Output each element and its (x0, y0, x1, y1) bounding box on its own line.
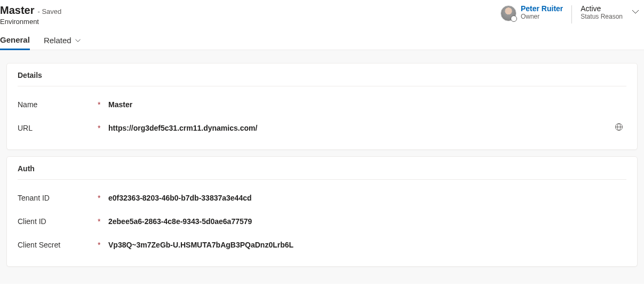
owner-name-link[interactable]: Peter Ruiter (521, 4, 563, 13)
status-reason-label: Status Reason (581, 13, 623, 20)
owner-block[interactable]: Peter Ruiter Owner (500, 4, 563, 21)
field-tenant-id-label: Tenant ID (18, 194, 98, 202)
chevron-down-icon (75, 37, 81, 44)
field-client-secret-label: Client Secret (18, 241, 98, 249)
field-url-value[interactable]: https://org3def5c31.crm11.dynamics.com/ (108, 124, 615, 132)
status-value: Active (581, 4, 623, 13)
field-client-id-value[interactable]: 2ebee5a6-2863-4c8e-9343-5d0ae6a77579 (108, 217, 626, 226)
owner-avatar (500, 5, 516, 21)
field-tenant-id-value[interactable]: e0f32363-8203-46b0-b7db-33837a3e44cd (108, 194, 626, 202)
form-header: Master - Saved Environment Peter Ruiter … (0, 0, 644, 26)
field-name[interactable]: Name * Master (18, 93, 626, 116)
owner-role-label: Owner (521, 13, 563, 20)
field-url[interactable]: URL * https://org3def5c31.crm11.dynamics… (18, 116, 626, 140)
field-url-label: URL (18, 124, 98, 132)
expand-header-button[interactable] (631, 7, 640, 18)
divider (571, 5, 572, 23)
field-client-id[interactable]: Client ID * 2ebee5a6-2863-4c8e-9343-5d0a… (18, 210, 626, 233)
tab-general-label: General (0, 35, 30, 44)
required-marker: * (98, 217, 108, 226)
form-tabs: General Related (0, 26, 644, 50)
section-title-auth: Auth (18, 164, 626, 180)
auth-section: Auth Tenant ID * e0f32363-8203-46b0-b7db… (6, 156, 638, 267)
tab-general[interactable]: General (0, 35, 30, 50)
field-name-label: Name (18, 100, 98, 109)
required-marker: * (98, 194, 108, 202)
field-client-id-label: Client ID (18, 217, 98, 226)
tab-related[interactable]: Related (44, 35, 81, 50)
title-block: Master - Saved Environment (0, 4, 61, 26)
field-client-secret-value[interactable]: Vp38Q~3m7ZeGb-U.HSMUTA7bAgB3PQaDnz0Lrb6L (108, 241, 626, 249)
status-block[interactable]: Active Status Reason (581, 4, 623, 20)
section-title-details: Details (18, 71, 626, 86)
entity-name: Environment (0, 18, 61, 26)
tab-related-label: Related (44, 36, 71, 45)
record-title: Master (0, 4, 34, 17)
details-section: Details Name * Master URL * https://org3… (6, 63, 638, 150)
required-marker: * (98, 124, 108, 132)
field-tenant-id[interactable]: Tenant ID * e0f32363-8203-46b0-b7db-3383… (18, 186, 626, 210)
required-marker: * (98, 100, 108, 109)
globe-icon[interactable] (615, 123, 626, 133)
field-client-secret[interactable]: Client Secret * Vp38Q~3m7ZeGb-U.HSMUTA7b… (18, 233, 626, 257)
field-name-value[interactable]: Master (108, 100, 626, 109)
required-marker: * (98, 241, 108, 249)
saved-indicator: - Saved (37, 7, 61, 15)
chevron-down-icon (631, 7, 640, 16)
